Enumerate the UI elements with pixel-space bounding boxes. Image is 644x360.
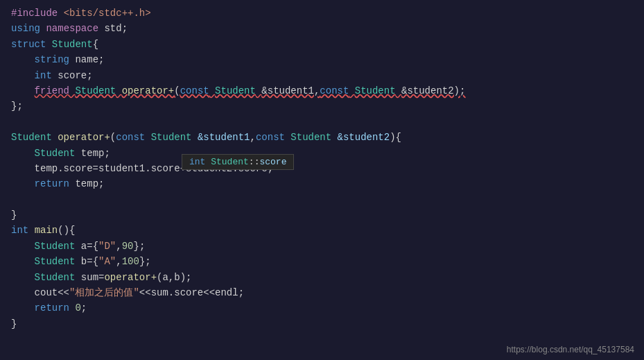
watermark: https://blog.csdn.net/qq_45137584 <box>507 345 634 354</box>
code-line: Student temp; <box>11 146 633 161</box>
code-line: return 0; <box>11 300 633 316</box>
code-line: } <box>11 316 633 332</box>
code-line: int score; <box>11 68 633 83</box>
intellisense-tooltip: int Student::score <box>182 154 294 170</box>
code-line: temp.score=student1.score+student2.score… <box>11 161 633 176</box>
code-line: } <box>11 207 633 223</box>
code-line: using namespace std; <box>11 21 633 36</box>
code-line: }; <box>11 98 633 114</box>
code-line: Student a={"D",90}; <box>11 239 633 254</box>
code-editor: #include <bits/stdc++.h> using namespace… <box>0 0 644 360</box>
code-line: struct Student{ <box>11 37 633 52</box>
code-line: string name; <box>11 52 633 67</box>
code-line <box>11 114 633 130</box>
code-line: #include <bits/stdc++.h> <box>11 6 633 21</box>
code-line-friend: friend Student operator+(const Student &… <box>11 83 633 98</box>
code-line: Student sum=operator+(a,b); <box>11 270 633 285</box>
code-line <box>11 192 633 207</box>
code-line: cout<<"相加之后的值"<<sum.score<<endl; <box>11 285 633 300</box>
code-line: Student b={"A",100}; <box>11 254 633 269</box>
code-line: return temp; <box>11 176 633 191</box>
code-line: Student operator+(const Student &student… <box>11 130 633 145</box>
code-line: int main(){ <box>11 223 633 238</box>
